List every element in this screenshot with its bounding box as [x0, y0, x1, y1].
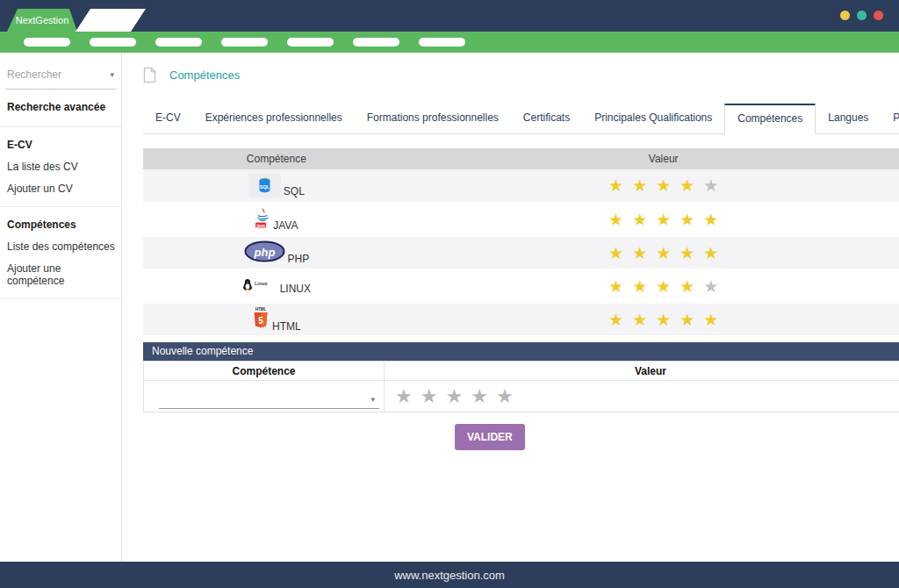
- star-icon: ★: [608, 211, 623, 229]
- tab-formations-professionnelles[interactable]: Formations professionnelles: [355, 104, 511, 133]
- skill-label: HTML: [272, 320, 301, 333]
- skill-select[interactable]: ▾: [159, 391, 379, 409]
- star-icon: ★: [656, 311, 671, 329]
- nav-pill-row: [0, 32, 899, 53]
- java-icon: java: [255, 208, 270, 232]
- tab-principales-qualifications[interactable]: Principales Qualifications: [582, 104, 724, 133]
- svg-text:5: 5: [258, 316, 263, 326]
- skills-table-body: SQLSQL★★★★★javaJAVA★★★★★phpPHP★★★★★Linux…: [143, 169, 899, 336]
- sidebar-sections: E-CVLa liste des CVAjouter un CVCompéten…: [0, 127, 121, 299]
- star-icon: ★: [656, 176, 671, 195]
- sidebar-section-title: E-CV: [7, 139, 116, 151]
- star-icon: ★: [703, 277, 718, 296]
- star-icon: ★: [656, 244, 671, 262]
- new-skill-panel-title: Nouvelle compétence: [143, 342, 899, 361]
- star-icon: ★: [703, 244, 718, 262]
- new-col-competence: Compétence: [144, 362, 385, 381]
- sidebar-section-title: Compétences: [7, 219, 116, 231]
- search-placeholder: Rechercher: [7, 68, 61, 81]
- star-icon: ★: [632, 277, 647, 296]
- tab-bar: E-CVExpériences professionnellesFormatio…: [143, 104, 899, 134]
- star-icon: ★: [608, 311, 623, 329]
- actions-row: VALIDER NOUVEAU: [143, 424, 899, 463]
- page-title-text: Compétences: [169, 68, 240, 82]
- star-icon: ★: [632, 311, 647, 329]
- new-skill-rating: ★★★★★: [385, 381, 899, 412]
- skill-rating: ★★★★★: [410, 269, 899, 303]
- star-icon: ★: [656, 277, 671, 296]
- title-bar: NextGestion: [0, 0, 899, 32]
- tab-competences[interactable]: Compétences: [724, 104, 816, 134]
- sidebar-item-recherche-avancee[interactable]: Recherche avancée: [7, 101, 116, 113]
- sql-icon: SQL: [248, 174, 281, 197]
- col-valeur: Valeur: [410, 148, 899, 169]
- search-select[interactable]: Rechercher ▾: [5, 68, 116, 90]
- skills-table-header: Compétence Valeur Action: [143, 148, 899, 169]
- linux-icon: Linux: [242, 277, 277, 295]
- col-competence: Compétence: [143, 148, 410, 169]
- sidebar-item[interactable]: La liste des CV: [7, 161, 116, 173]
- tab-certificats[interactable]: Certificats: [511, 104, 582, 133]
- sidebar-item[interactable]: Liste des compétences: [7, 240, 116, 253]
- skill-rating: ★★★★★: [410, 169, 899, 203]
- valider-button[interactable]: VALIDER: [455, 424, 525, 450]
- star-icon[interactable]: ★: [421, 385, 438, 407]
- nav-pill[interactable]: [24, 38, 70, 47]
- skill-label: LINUX: [280, 283, 311, 295]
- tab-langues[interactable]: Langues: [816, 104, 881, 133]
- svg-text:java: java: [255, 222, 265, 227]
- nav-pill[interactable]: [353, 38, 399, 47]
- brand-tab[interactable]: NextGestion: [7, 9, 77, 32]
- nav-pill[interactable]: [155, 38, 202, 47]
- star-icon[interactable]: ★: [446, 385, 464, 407]
- main-content: Compétences E-CVExpériences professionne…: [122, 53, 899, 562]
- star-icon: ★: [608, 244, 623, 262]
- ghost-tab[interactable]: [76, 9, 146, 32]
- star-icon[interactable]: ★: [496, 385, 514, 407]
- sidebar-item[interactable]: Ajouter une compétence: [7, 262, 116, 287]
- skill-rating: ★★★★★: [410, 236, 899, 269]
- sidebar-item[interactable]: Ajouter un CV: [7, 183, 116, 195]
- chevron-down-icon: ▾: [110, 70, 114, 79]
- star-icon[interactable]: ★: [395, 385, 413, 407]
- skill-label: PHP: [288, 253, 310, 265]
- nav-pill[interactable]: [419, 38, 465, 47]
- new-col-valeur: Valeur: [385, 362, 899, 381]
- window-dot-green[interactable]: [857, 11, 867, 20]
- star-icon: ★: [608, 277, 623, 296]
- skill-row: javaJAVA★★★★★: [143, 203, 899, 236]
- skill-row: phpPHP★★★★★: [143, 236, 899, 269]
- star-icon: ★: [632, 211, 647, 229]
- nav-pill[interactable]: [287, 38, 334, 47]
- php-icon: php: [244, 240, 285, 265]
- nav-pill[interactable]: [90, 38, 136, 47]
- skill-rating: ★★★★★: [410, 203, 899, 236]
- window-dot-red[interactable]: [874, 11, 883, 20]
- star-icon: ★: [703, 311, 718, 329]
- chevron-down-icon: ▾: [371, 395, 376, 404]
- new-skill-row: ▾ ★★★★★: [144, 381, 899, 412]
- star-icon: ★: [703, 176, 718, 195]
- svg-text:HTML: HTML: [255, 307, 267, 312]
- star-icon[interactable]: ★: [471, 385, 488, 407]
- star-icon: ★: [680, 311, 694, 329]
- tab-experiences-professionnelles[interactable]: Expériences professionnelles: [193, 104, 355, 133]
- tab-e-cv[interactable]: E-CV: [143, 104, 193, 133]
- window-controls: [840, 11, 883, 20]
- footer: www.nextgestion.com: [0, 562, 899, 588]
- tab-permis-de-circulation[interactable]: Permis de circulation: [881, 104, 899, 133]
- star-icon: ★: [703, 211, 718, 229]
- new-skill-header: Compétence Valeur Supprimer: [144, 362, 899, 381]
- skill-row: LinuxLINUX★★★★★: [143, 269, 899, 303]
- window-dot-yellow[interactable]: [840, 11, 850, 20]
- svg-text:php: php: [253, 246, 275, 259]
- star-icon: ★: [680, 277, 694, 296]
- skill-rating: ★★★★★: [410, 303, 899, 336]
- nav-pill[interactable]: [221, 38, 268, 47]
- svg-text:SQL: SQL: [260, 184, 270, 190]
- skill-label: JAVA: [273, 219, 298, 232]
- star-icon: ★: [632, 176, 647, 195]
- sidebar: Rechercher ▾ Recherche avancée E-CVLa li…: [0, 53, 122, 562]
- skill-row: HTML5HTML★★★★★: [143, 303, 899, 336]
- star-icon: ★: [608, 176, 623, 195]
